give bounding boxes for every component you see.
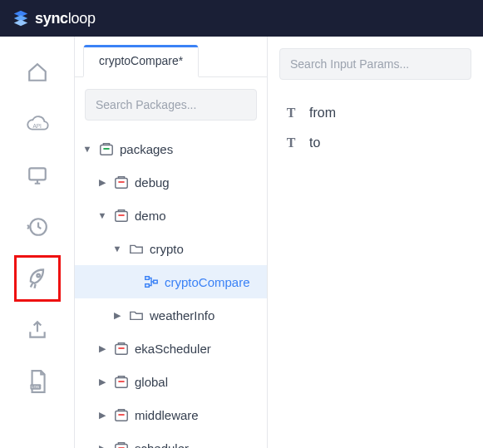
svg-rect-19 [116, 411, 127, 421]
tree-label: ekaScheduler [135, 342, 260, 356]
chevron-right-icon: ▶ [96, 177, 108, 188]
logo-mark-icon [12, 9, 30, 27]
svg-rect-13 [145, 284, 150, 288]
param-row-from[interactable]: T from [279, 98, 471, 128]
flow-icon [143, 273, 160, 290]
tree-item-crypto[interactable]: ▼ crypto [75, 232, 267, 265]
tree-item-global[interactable]: ▶ global [75, 365, 267, 398]
tree-label: global [135, 375, 260, 389]
topbar: syncloop [0, 0, 483, 37]
chevron-down-icon: ▼ [111, 244, 123, 254]
package-icon [113, 207, 130, 224]
svg-rect-18 [118, 381, 124, 382]
package-tree: ▼ packages ▶ debug ▼ demo ▼ crypto [75, 127, 267, 448]
svg-rect-17 [116, 378, 127, 388]
param-row-to[interactable]: T to [279, 128, 471, 158]
tree-label: packages [120, 142, 260, 156]
tree-label: debug [135, 175, 260, 190]
folder-icon [128, 240, 145, 257]
chevron-right-icon: ▶ [96, 343, 108, 354]
param-name: to [309, 135, 320, 150]
tree-root-packages[interactable]: ▼ packages [75, 132, 267, 165]
logo: syncloop [12, 9, 96, 27]
tree-label: weatherInfo [150, 308, 260, 322]
tree-label: middleware [135, 408, 260, 422]
tree-item-debug[interactable]: ▶ debug [75, 165, 267, 199]
svg-rect-11 [118, 214, 124, 216]
history-icon[interactable] [25, 214, 50, 239]
api-cloud-icon[interactable]: API [25, 111, 50, 136]
tree-label: scheduler [135, 441, 260, 449]
search-packages-input[interactable] [85, 89, 257, 121]
tree-label: cryptoCompare [165, 275, 260, 289]
search-params-input[interactable] [279, 48, 471, 80]
chevron-right-icon: ▶ [111, 310, 123, 321]
folder-icon [128, 307, 145, 323]
chevron-down-icon: ▼ [81, 144, 93, 154]
rocket-icon[interactable] [25, 266, 50, 291]
param-name: from [309, 106, 336, 121]
logo-text: syncloop [35, 10, 96, 27]
upload-icon[interactable] [25, 318, 50, 342]
tree-item-weatherinfo[interactable]: ▶ weatherInfo [75, 298, 267, 332]
package-icon [98, 140, 115, 157]
tree-item-ekascheduler[interactable]: ▶ ekaScheduler [75, 332, 267, 365]
package-explorer: cryptoCompare* ▼ packages ▶ debug ▼ demo [75, 37, 268, 448]
svg-rect-15 [116, 345, 127, 355]
chevron-down-icon: ▼ [96, 210, 108, 220]
monitor-icon[interactable] [25, 163, 50, 188]
text-type-icon: T [283, 105, 299, 121]
package-icon [113, 440, 130, 448]
tab-row: cryptoCompare* [75, 37, 267, 77]
svg-rect-14 [154, 280, 158, 283]
tree-item-middleware[interactable]: ▶ middleware [75, 398, 267, 431]
chevron-right-icon: ▶ [96, 410, 108, 421]
svg-rect-9 [118, 181, 124, 183]
svg-point-3 [37, 274, 39, 278]
package-icon [113, 340, 130, 357]
tree-item-cryptocompare[interactable]: cryptoCompare [75, 265, 267, 298]
params-panel: T from T to [268, 37, 483, 448]
tree-label: demo [135, 209, 260, 223]
sidebar-iconbar: API LOG [0, 37, 75, 448]
svg-text:LOG: LOG [32, 385, 39, 389]
svg-rect-6 [101, 145, 112, 155]
tab-cryptocompare[interactable]: cryptoCompare* [83, 45, 199, 77]
log-file-icon[interactable]: LOG [25, 369, 50, 394]
svg-rect-20 [118, 414, 124, 416]
tree-item-demo[interactable]: ▼ demo [75, 199, 267, 232]
package-icon [113, 406, 130, 423]
chevron-right-icon: ▶ [96, 443, 108, 449]
chevron-right-icon: ▶ [96, 377, 108, 387]
svg-rect-7 [103, 148, 109, 150]
tree-item-scheduler[interactable]: ▶ scheduler [75, 431, 267, 448]
svg-rect-16 [118, 347, 124, 349]
tree-label: crypto [150, 242, 260, 256]
svg-rect-1 [29, 168, 46, 180]
svg-rect-12 [145, 277, 150, 280]
home-icon[interactable] [25, 60, 50, 85]
package-icon [113, 373, 130, 390]
svg-rect-8 [116, 179, 127, 189]
svg-text:API: API [32, 123, 42, 129]
package-icon [113, 174, 130, 190]
svg-rect-10 [116, 212, 127, 222]
text-type-icon: T [283, 135, 299, 151]
